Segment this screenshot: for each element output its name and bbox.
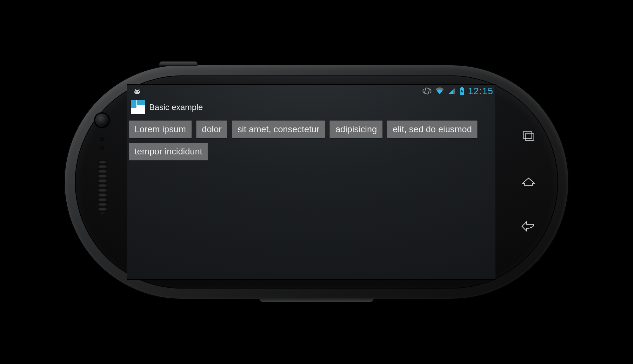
status-bar: 12:15: [127, 84, 496, 98]
back-button[interactable]: [521, 219, 536, 236]
tag-item[interactable]: elit, sed do eiusmod: [387, 120, 477, 138]
home-button[interactable]: [521, 173, 536, 191]
battery-charging-icon: [459, 87, 465, 95]
svg-rect-9: [461, 87, 463, 88]
phone-chassis: 12:15 Basic example Lorem ipsum dolor si…: [64, 65, 569, 299]
light-sensor: [100, 146, 104, 150]
tag-item[interactable]: tempor incididunt: [129, 143, 208, 160]
tag-item[interactable]: adipisicing: [330, 120, 383, 138]
tag-item[interactable]: sit amet, consectetur: [232, 120, 325, 138]
svg-rect-1: [525, 134, 534, 140]
signal-icon: [448, 87, 456, 95]
tag-container: Lorem ipsum dolor sit amet, consectetur …: [127, 117, 496, 164]
device-frame: 12:15 Basic example Lorem ipsum dolor si…: [64, 65, 569, 299]
svg-rect-7: [424, 88, 430, 94]
tag-item[interactable]: Lorem ipsum: [129, 120, 192, 138]
proximity-sensor: [100, 137, 104, 141]
earpiece-speaker: [98, 160, 107, 214]
svg-point-4: [138, 91, 139, 92]
system-nav-bar: [514, 65, 543, 299]
action-bar-title: Basic example: [149, 102, 203, 112]
recent-apps-button[interactable]: [521, 128, 536, 145]
svg-rect-0: [523, 132, 532, 139]
bottom-port: [259, 298, 374, 302]
android-debug-icon: [133, 87, 142, 95]
status-clock: 12:15: [468, 86, 493, 96]
vibrate-icon: [422, 87, 432, 95]
action-bar: Basic example: [127, 98, 496, 117]
home-icon: [521, 173, 536, 189]
tag-item[interactable]: dolor: [196, 120, 227, 138]
svg-line-6: [138, 89, 139, 90]
svg-line-5: [135, 89, 136, 90]
svg-point-3: [135, 91, 136, 92]
screen: 12:15 Basic example Lorem ipsum dolor si…: [127, 84, 496, 280]
front-camera: [95, 114, 109, 127]
wifi-icon: [435, 87, 444, 95]
recent-apps-icon: [521, 128, 536, 144]
app-icon[interactable]: [131, 100, 145, 114]
svg-point-2: [134, 90, 140, 94]
back-icon: [521, 219, 536, 235]
power-button[interactable]: [159, 62, 197, 66]
